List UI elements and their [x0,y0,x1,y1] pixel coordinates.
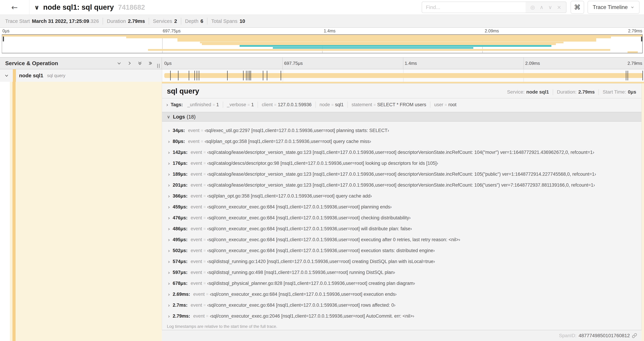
log-row[interactable]: ›189μs:event=‹sql/catalog/lease/descript… [162,169,642,180]
summary-item-label: Duration [107,18,126,24]
log-row[interactable]: ›80μs:event=‹sql/plan_opt.go:358 [nsql1,… [162,136,642,147]
log-timestamp: 189μs: [173,172,188,177]
tag-separator [223,102,223,108]
command-icon: ⌘ [574,4,581,11]
log-row[interactable]: ›459μs:event=‹sql/conn_executor_exec.go:… [162,201,642,212]
equals-sign: = [204,194,206,198]
column-resize-handle[interactable] [157,64,160,68]
summary-item-label: Services [153,18,172,24]
log-row[interactable]: ›34μs:event=‹sql/exec_util.go:2297 [nsql… [162,125,642,136]
log-row[interactable]: ›2.7ms:event=‹sql/conn_executor_exec.go:… [162,300,642,311]
summary-item: Trace StartMarch 31 2022, 17:25:09.326 [5,18,99,24]
minimap-span-bar [273,47,473,49]
log-timestamp: 34μs: [173,128,185,133]
log-row[interactable]: ›597μs:event=‹sql/distsql_running.go:498… [162,267,642,278]
collapse-all-icon[interactable] [137,61,142,66]
detail-meta: Service: node sql1 Duration: 2.79ms Star… [507,89,636,95]
log-timestamp: 597μs: [173,270,188,275]
log-row[interactable]: ›176μs:event=‹sql/catalog/descs/descript… [162,158,642,169]
log-row[interactable]: ›366μs:event=‹sql/plan_opt.go:358 [nsql1… [162,191,642,201]
summary-separator [181,18,181,25]
log-row[interactable]: ›142μs:event=‹sql/catalog/lease/descript… [162,147,642,158]
log-field-name: event [190,237,202,242]
tag-item: user=root [434,102,456,107]
duration-label: Duration: [557,89,577,95]
minimap-span-bar [202,43,556,45]
logs-label: Logs [173,114,185,120]
trace-id: 7418682 [118,4,145,11]
log-marker [250,71,251,80]
log-row[interactable]: ›476μs:event=‹sql/conn_executor_exec.go:… [162,212,642,223]
chevron-right-icon: › [168,302,170,308]
span-bar-cell[interactable] [162,69,644,82]
log-row[interactable]: ›502μs:event=‹sql/conn_executor_exec.go:… [162,245,642,256]
log-row[interactable]: ›574μs:event=‹sql/distsql_running.go:142… [162,256,642,267]
equals-sign: = [204,205,206,209]
log-field-name: event [190,161,202,166]
find-input[interactable] [422,2,526,13]
keyboard-shortcuts-button[interactable]: ⌘ [570,1,584,14]
equals-sign: = [204,161,206,166]
log-field-name: event [190,259,202,264]
back-button[interactable]: ← [0,0,30,15]
time-tick-label: 2.09ms [485,29,499,34]
log-row[interactable]: ›2.79ms:event=‹sql/conn_executor_exec.go… [162,311,642,321]
expand-all-icon[interactable] [148,61,153,66]
equals-sign: = [204,237,206,242]
tags-toggle-row[interactable]: › Tags: _unfinished=1_verbose=1client=12… [162,98,642,110]
clear-search-icon[interactable]: × [557,5,561,10]
expand-one-icon[interactable] [127,61,132,66]
log-marker [246,71,246,80]
log-row[interactable]: ›678μs:event=‹sql/distsql_physical_plann… [162,278,642,289]
log-row[interactable]: ›486μs:event=‹sql/conn_executor_exec.go:… [162,223,642,234]
detail-operation-title: sql query [167,87,199,95]
tag-separator [430,102,430,108]
summary-item-value-suffix: .326 [89,18,99,24]
next-match-icon[interactable]: ∨ [548,5,552,10]
minimap-canvas[interactable] [2,34,642,53]
log-row[interactable]: ›2.69ms:event=‹sql/conn_executor_exec.go… [162,289,642,300]
span-children-collapse-icon[interactable] [4,73,9,78]
collapse-one-icon[interactable] [116,61,122,66]
log-row[interactable]: ›495μs:event=‹sql/conn_executor_exec.go:… [162,234,642,245]
tag-item: client=127.0.0.1:59936 [262,102,312,107]
equals-sign: = [204,270,206,275]
locate-icon[interactable]: ◎ [530,5,535,10]
time-tick-label: 1.4ms [405,61,417,66]
log-row[interactable]: ›201μs:event=‹sql/catalog/lease/descript… [162,180,642,191]
logs-count: (18) [186,114,196,120]
span-name-cell[interactable]: node sql1 sql query [0,69,162,82]
trace-collapse-chevron-icon[interactable]: ∨ [34,4,39,11]
chevron-right-icon: › [168,237,170,243]
trace-view-selector[interactable]: Trace Timeline [588,1,640,14]
chevron-right-icon: › [168,139,170,145]
log-marker [280,71,281,80]
equals-sign: = [274,103,276,107]
span-color-accent [13,69,16,82]
log-timestamp: 2.7ms: [173,302,188,308]
tag-key: _verbose [227,102,246,107]
summary-item-label: Trace Start [5,18,30,24]
equals-sign: = [204,226,206,231]
link-icon[interactable] [632,333,637,338]
equals-sign: = [201,139,203,144]
chevron-right-icon: › [168,128,170,134]
start-time-label: Start Time: [602,89,626,95]
time-tick-label: 2.09ms [525,61,540,66]
span-id-strip: SpanID: 4877749850101760812 [162,330,642,341]
prev-match-icon[interactable]: ∧ [540,5,544,10]
log-timestamp: 366μs: [173,193,188,199]
logs-toggle-header[interactable]: ∨ Logs (18) [162,112,642,122]
span-service-name: node sql1 [19,73,43,79]
log-field-value: ‹sql/conn_executor_exec.go:684 [nsql1,cl… [207,226,412,231]
back-arrow-icon: ← [12,3,18,12]
summary-separator [149,18,149,25]
detail-row-accent [12,82,16,341]
logs-block: ∨ Logs (18) ›34μs:event=‹sql/exec_util.g… [162,112,642,330]
detail-row-top-strip [162,82,644,83]
log-field-name: event [188,128,200,133]
tag-key: statement [352,102,372,107]
topbar-actions: ◎ ∧ ∨ × ⌘ Trace Timeline [422,1,644,14]
summary-item-value: 6 [200,18,203,24]
equals-sign: = [212,103,215,107]
